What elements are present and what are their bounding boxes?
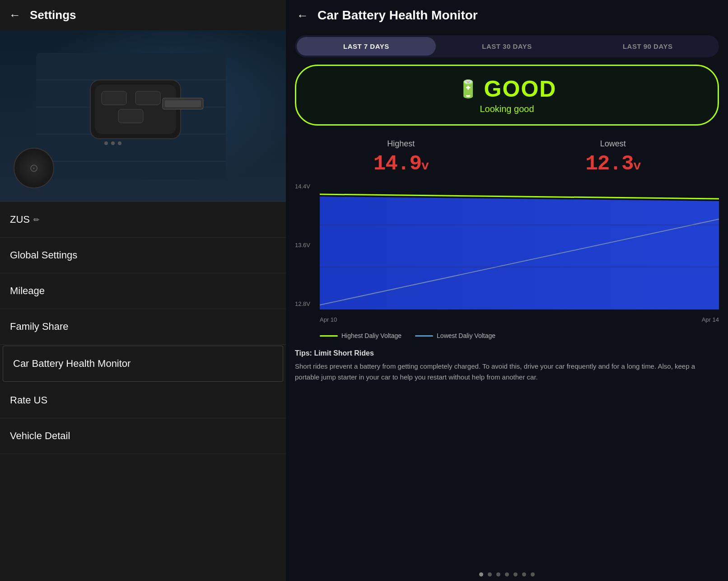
hero-image <box>0 30 286 202</box>
lowest-label: Lowest <box>585 139 640 149</box>
menu-item-vehicle-detail[interactable]: Vehicle Detail <box>0 418 286 454</box>
lowest-value: 12.3v <box>585 152 640 176</box>
menu-item-device[interactable]: ZUS ✏ <box>0 202 286 238</box>
y-label-mid: 13.6V <box>295 242 320 248</box>
dot-2 <box>488 572 492 576</box>
legend-lowest-line <box>415 335 433 337</box>
tips-title: Tips: Limit Short Rides <box>295 349 719 357</box>
highest-voltage: Highest 14.9v <box>373 139 429 176</box>
svg-rect-7 <box>102 91 126 105</box>
status-badge: GOOD <box>484 76 557 102</box>
menu-item-family-share-label: Family Share <box>10 321 69 333</box>
tips-section: Tips: Limit Short Rides Short rides prev… <box>295 349 719 562</box>
right-panel: ← Car Battery Health Monitor LAST 7 DAYS… <box>286 0 728 581</box>
left-header: ← Settings <box>0 0 286 30</box>
tab-30days[interactable]: LAST 30 DAYS <box>438 37 577 56</box>
battery-icon: 🔋 <box>457 79 479 99</box>
dots-row <box>286 565 728 581</box>
highest-value: 14.9v <box>373 152 429 176</box>
tab-7days[interactable]: LAST 7 DAYS <box>297 37 436 56</box>
svg-rect-9 <box>118 109 143 123</box>
x-label-start: Apr 10 <box>320 316 337 323</box>
legend-highest-label: Highest Daliy Voltage <box>341 332 401 339</box>
lowest-voltage: Lowest 12.3v <box>585 139 640 176</box>
menu-section: ZUS ✏ Global Settings Mileage Family Sha… <box>0 202 286 581</box>
dot-5 <box>513 572 518 576</box>
menu-item-mileage-label: Mileage <box>10 285 45 297</box>
tab-90days[interactable]: LAST 90 DAYS <box>578 37 717 56</box>
svg-rect-11 <box>165 100 201 107</box>
legend-lowest-label: Lowest Daliy Voltage <box>437 332 495 339</box>
dot-7 <box>531 572 535 576</box>
tab-bar: LAST 7 DAYS LAST 30 DAYS LAST 90 DAYS <box>295 35 719 57</box>
menu-item-mileage[interactable]: Mileage <box>0 273 286 309</box>
chart-x-labels: Apr 10 Apr 14 <box>320 311 719 328</box>
y-label-low: 12.8V <box>295 300 320 307</box>
legend-lowest: Lowest Daliy Voltage <box>415 332 495 339</box>
menu-item-rate-us-label: Rate US <box>10 394 47 406</box>
right-back-button[interactable]: ← <box>297 9 308 23</box>
legend-highest: Highest Daliy Voltage <box>320 332 401 339</box>
chart-container: 12.8V 13.6V 14.4V <box>295 183 719 328</box>
status-sub-text: Looking good <box>480 104 534 114</box>
svg-point-14 <box>118 141 121 145</box>
dot-3 <box>496 572 500 576</box>
highest-label: Highest <box>373 139 429 149</box>
left-title: Settings <box>30 8 76 22</box>
status-card: 🔋 GOOD Looking good <box>295 65 719 126</box>
dot-4 <box>505 572 509 576</box>
menu-item-family-share[interactable]: Family Share <box>0 309 286 345</box>
svg-rect-8 <box>135 91 160 105</box>
y-label-high: 14.4V <box>295 183 320 190</box>
left-back-button[interactable]: ← <box>9 8 21 22</box>
right-header: ← Car Battery Health Monitor <box>286 0 728 31</box>
menu-item-device-label: ZUS <box>10 214 30 225</box>
status-main: 🔋 GOOD <box>457 76 557 102</box>
edit-icon: ✏ <box>33 216 39 224</box>
legend-row: Highest Daliy Voltage Lowest Daliy Volta… <box>320 332 719 339</box>
menu-item-car-battery[interactable]: Car Battery Health Monitor <box>3 346 283 382</box>
menu-item-vehicle-detail-label: Vehicle Detail <box>10 430 70 442</box>
menu-item-global-settings-label: Global Settings <box>10 249 77 261</box>
legend-highest-line <box>320 335 338 337</box>
x-label-end: Apr 14 <box>702 316 719 323</box>
chart-area <box>320 183 719 309</box>
svg-point-12 <box>104 141 108 145</box>
voltage-row: Highest 14.9v Lowest 12.3v <box>295 139 719 176</box>
device-illustration <box>14 148 54 188</box>
menu-item-car-battery-label: Car Battery Health Monitor <box>13 358 131 370</box>
menu-item-rate-us[interactable]: Rate US <box>0 383 286 418</box>
dot-1 <box>479 572 483 576</box>
dot-6 <box>522 572 526 576</box>
tips-text: Short rides prevent a battery from getti… <box>295 361 719 383</box>
svg-point-13 <box>111 141 115 145</box>
chart-y-labels: 12.8V 13.6V 14.4V <box>295 183 320 309</box>
left-panel: ← Settings <box>0 0 286 581</box>
menu-item-global-settings[interactable]: Global Settings <box>0 238 286 273</box>
right-title: Car Battery Health Monitor <box>317 8 478 23</box>
